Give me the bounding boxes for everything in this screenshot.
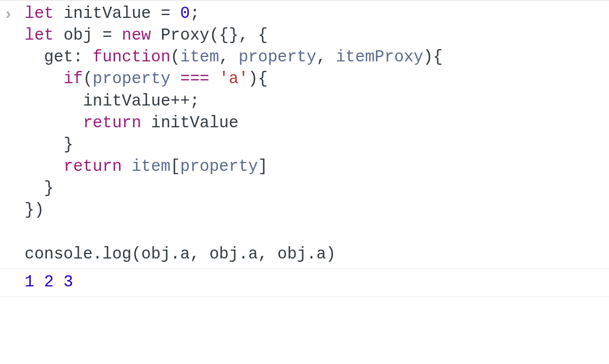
kw-let-1: let — [25, 4, 54, 23]
kw-return-2: return — [64, 157, 122, 176]
code-input[interactable]: let initValue = 0; let obj = new Proxy({… — [25, 3, 605, 265]
ref-console: console — [25, 245, 93, 264]
console-input-entry[interactable]: › let initValue = 0; let obj = new Proxy… — [0, 1, 609, 269]
ref-initValue-1: initValue — [83, 92, 170, 111]
op-strict-eq: === — [180, 70, 209, 88]
param-itemProxy: itemProxy — [336, 48, 424, 66]
kw-if: if — [64, 70, 83, 88]
ref-initValue-2: initValue — [151, 114, 239, 132]
ref-property-2: property — [180, 157, 258, 176]
num-zero: 0 — [180, 4, 189, 23]
kw-let-2: let — [25, 26, 54, 45]
ref-item: item — [131, 157, 170, 176]
ref-property-1: property — [93, 70, 170, 88]
var-initValue: initValue — [64, 4, 151, 23]
console-panel: › let initValue = 0; let obj = new Proxy… — [0, 0, 609, 297]
output-gutter — [3, 271, 25, 272]
chevron-right-icon: › — [3, 4, 13, 26]
param-property: property — [239, 48, 316, 66]
console-output-entry: 1 2 3 — [0, 269, 609, 297]
input-gutter: › — [3, 3, 25, 26]
kw-function: function — [93, 48, 170, 66]
proxy-class: Proxy — [161, 26, 210, 45]
kw-new: new — [122, 26, 151, 45]
param-item: item — [180, 48, 219, 66]
method-log: log — [102, 245, 131, 264]
prop-get: get — [44, 48, 73, 66]
console-output: 1 2 3 — [25, 271, 73, 293]
str-a: 'a' — [219, 70, 248, 88]
kw-return-1: return — [83, 114, 141, 132]
var-obj: obj — [64, 26, 93, 45]
